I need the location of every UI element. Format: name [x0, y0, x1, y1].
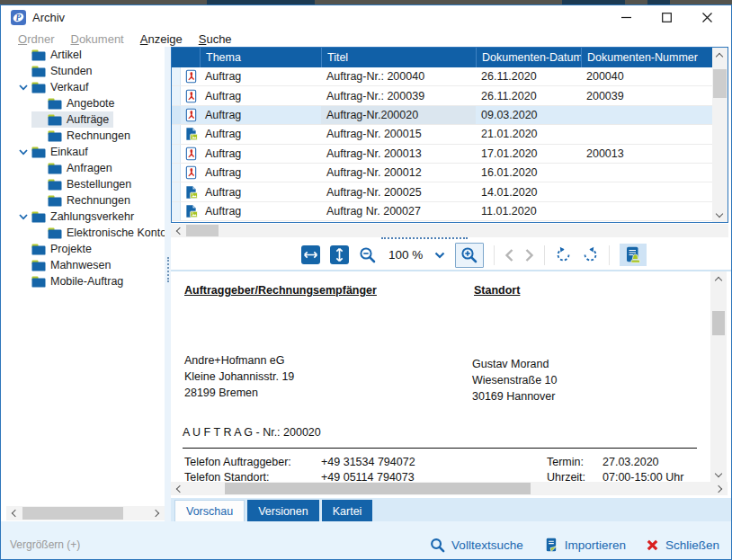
tree-item-mobile-auftrag[interactable]: Mobile-Auftrag	[15, 273, 128, 289]
column-header-thema[interactable]: Thema	[200, 48, 321, 67]
indent-spacer	[31, 176, 48, 192]
folder-icon	[48, 114, 62, 126]
indent-spacer	[15, 63, 31, 79]
tree-item-stunden[interactable]: Stunden	[15, 63, 97, 79]
vertical-splitter[interactable]	[165, 47, 171, 521]
tree-item-verkauf[interactable]: Verkauf	[15, 79, 93, 95]
tree-item-rechnungen[interactable]: Rechnungen	[31, 192, 135, 209]
scroll-down-icon[interactable]	[712, 207, 727, 220]
close-button[interactable]	[687, 5, 728, 29]
fit-width-button[interactable]	[301, 245, 320, 264]
scrollbar-thumb[interactable]	[225, 483, 531, 494]
table-row[interactable]: AuftragAuftrag Nr. 20002711.01.2020	[172, 202, 712, 221]
tree-item-einkauf[interactable]: Einkauf	[15, 144, 93, 160]
table-row[interactable]: AuftragAuftrag-Nr.: 20004026.11.20202000…	[172, 67, 712, 86]
tab-vorschau[interactable]: Vorschau	[174, 500, 245, 522]
rotate-right-button[interactable]	[582, 246, 599, 263]
cell-datum: 14.01.2020	[476, 182, 581, 200]
tree-item-zahlungsverkehr[interactable]: Zahlungsverkehr	[15, 209, 138, 225]
table-row[interactable]: AuftragAuftrag-Nr. 20001216.01.2020	[172, 164, 712, 182]
importieren-button[interactable]: Importieren	[543, 538, 626, 553]
maximize-button[interactable]	[647, 5, 687, 29]
title-bar[interactable]: P Archiv	[1, 5, 731, 29]
scroll-left-icon[interactable]	[173, 224, 187, 237]
order-details: Telefon Auftraggeber:+49 31534 794072Ter…	[184, 454, 701, 482]
cell-datum: 09.03.2020	[476, 106, 581, 124]
cell-datum: 17.01.2020	[476, 145, 581, 163]
table-row[interactable]: AuftragAuftrag-Nr.: 20003926.11.20202000…	[172, 86, 712, 105]
next-page-button[interactable]	[524, 248, 534, 262]
menu-item-ordner[interactable]: Ordner	[10, 32, 62, 46]
tab-kartei[interactable]: Kartei	[322, 500, 373, 522]
menu-item-suche[interactable]: Suche	[191, 32, 240, 46]
app-logo-icon[interactable]: P	[11, 10, 26, 25]
schließen-button[interactable]: Schließen	[646, 538, 719, 552]
tree-item-angebote[interactable]: Angebote	[31, 95, 120, 111]
indent-spacer	[31, 111, 48, 128]
volltextsuche-button[interactable]: Volltextsuche	[430, 538, 523, 553]
expand-chevron-icon[interactable]	[15, 79, 31, 95]
preview-horizontal-scrollbar[interactable]	[171, 482, 728, 495]
cell-thema: Auftrag	[200, 202, 321, 220]
cell-thema: Auftrag	[200, 164, 321, 182]
indent-spacer	[15, 273, 31, 289]
previous-page-button[interactable]	[504, 248, 514, 262]
zoom-out-button[interactable]	[359, 246, 377, 264]
menu-item-dokument[interactable]: Dokument	[62, 32, 131, 46]
fit-height-button[interactable]	[330, 245, 349, 264]
sidebar-horizontal-scrollbar[interactable]	[6, 506, 165, 520]
minimize-button[interactable]	[606, 5, 647, 29]
status-actions: VolltextsucheImportierenSchließen	[417, 538, 719, 553]
column-header-dokumenten-datum[interactable]: Dokumenten-Datum	[476, 48, 581, 67]
table-row[interactable]: AuftragAuftrag-Nr. 20001521.01.2020	[172, 125, 712, 144]
tree-item-anfragen[interactable]: Anfragen	[31, 160, 117, 176]
scroll-right-icon[interactable]	[711, 482, 726, 495]
menu-item-anzeige[interactable]: Anzeige	[132, 32, 191, 46]
column-header-dokumenten-nummer[interactable]: Dokumenten-Nummer	[581, 48, 712, 67]
menu-bar: OrdnerDokumentAnzeigeSuche	[1, 30, 731, 48]
tree-item-artikel[interactable]: Artikel	[15, 47, 86, 63]
cell-titel: Auftrag-Nr. 200015	[321, 125, 476, 143]
scroll-right-icon[interactable]	[148, 506, 163, 520]
detail-label2: Termin:	[547, 456, 603, 468]
table-row[interactable]: AuftragAuftrag-Nr. 20002514.01.2020	[172, 182, 712, 201]
scroll-up-icon[interactable]	[711, 273, 726, 287]
row-gutter	[172, 106, 181, 124]
tree-item-rechnungen[interactable]: Rechnungen	[31, 128, 135, 144]
folder-icon	[31, 244, 46, 255]
stamp-document-button[interactable]	[620, 244, 647, 266]
column-header-titel[interactable]: Titel	[321, 48, 476, 67]
tree-item-aufträge[interactable]: Aufträge	[31, 111, 113, 128]
cell-thema: Auftrag	[200, 86, 321, 104]
tree-item-label: Mahnwesen	[50, 259, 111, 271]
detail-value2: 27.03.2020	[603, 456, 701, 468]
scroll-left-icon[interactable]	[173, 482, 187, 495]
scroll-up-icon[interactable]	[712, 49, 727, 63]
scrollbar-thumb[interactable]	[186, 225, 219, 236]
table-row[interactable]: AuftragAuftrag-Nr.20002009.03.2020	[172, 106, 712, 125]
horizontal-splitter-handle[interactable]	[381, 237, 468, 239]
tree-item-projekte[interactable]: Projekte	[15, 241, 96, 257]
vertical-splitter-handle[interactable]	[167, 257, 169, 282]
scroll-down-icon[interactable]	[711, 467, 726, 480]
tree-item-elektronische-kontoau[interactable]: Elektronische Kontoau	[31, 225, 165, 241]
preview-vertical-scrollbar[interactable]	[710, 271, 727, 482]
zoom-in-button[interactable]	[455, 243, 484, 268]
tree-item-bestellungen[interactable]: Bestellungen	[31, 176, 136, 192]
tab-versionen[interactable]: Versionen	[247, 500, 319, 522]
cell-thema: Auftrag	[200, 182, 321, 200]
expand-chevron-icon[interactable]	[15, 144, 31, 160]
scroll-left-icon[interactable]	[8, 506, 22, 520]
scrollbar-thumb[interactable]	[712, 311, 725, 335]
rotate-left-button[interactable]	[555, 246, 572, 263]
zoom-dropdown-chevron-icon[interactable]	[434, 252, 445, 259]
document-table: ThemaTitelDokumenten-DatumDokumenten-Num…	[171, 47, 728, 223]
folder-icon	[48, 163, 62, 174]
scrollbar-thumb[interactable]	[22, 507, 123, 520]
table-vertical-scrollbar[interactable]	[712, 48, 728, 222]
table-horizontal-scrollbar[interactable]	[171, 224, 728, 237]
scrollbar-thumb[interactable]	[713, 69, 727, 98]
tree-item-mahnwesen[interactable]: Mahnwesen	[15, 257, 115, 273]
expand-chevron-icon[interactable]	[15, 209, 31, 225]
table-row[interactable]: AuftragAuftrag-Nr. 20001317.01.202020001…	[172, 145, 712, 164]
